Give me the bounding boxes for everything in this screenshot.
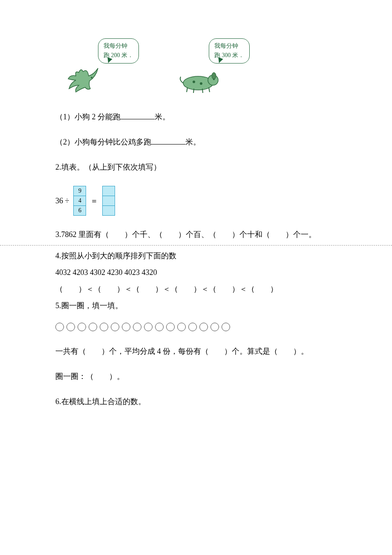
circle-icon <box>210 323 219 331</box>
illustration-row: 我每分钟 跑 200 米． 我每分钟 跑 300 米． <box>55 38 337 94</box>
text: （1）小狗 2 分能跑 <box>55 113 121 121</box>
q2-division-table: 36 ÷ 9 4 6 ＝ <box>55 186 337 216</box>
q1-part1: （1）小狗 2 分能跑米。 <box>55 111 337 123</box>
circle-icon <box>89 323 97 331</box>
svg-point-4 <box>213 78 215 80</box>
circle-icon <box>122 323 130 331</box>
answer-column <box>102 186 115 216</box>
svg-point-3 <box>212 72 216 79</box>
answer-cell[interactable] <box>103 186 115 196</box>
chicken-icon <box>64 64 102 94</box>
worksheet-page: 我每分钟 跑 200 米． 我每分钟 跑 300 米． （1）小狗 2 分能跑米… <box>0 0 392 438</box>
bubble-text: 我每分钟 <box>104 41 133 51</box>
q6: 6.在横线上填上合适的数。 <box>55 396 337 408</box>
q1-part2: （2）小狗每分钟比公鸡多跑米。 <box>55 136 337 148</box>
circle-icon <box>78 323 86 331</box>
circle-icon <box>111 323 119 331</box>
circle-row <box>55 320 337 332</box>
text: （2）小狗每分钟比公鸡多跑 <box>55 138 151 146</box>
text: ＝ <box>90 195 98 207</box>
speech-bubble-dog: 我每分钟 跑 300 米． <box>209 38 250 64</box>
circle-icon <box>177 323 186 331</box>
bubble-text: 我每分钟 <box>214 41 244 51</box>
svg-point-6 <box>200 82 202 85</box>
speech-bubble-chicken: 我每分钟 跑 200 米． <box>98 38 139 64</box>
divider <box>0 245 392 246</box>
answer-cell[interactable] <box>103 206 115 215</box>
svg-point-5 <box>193 81 195 83</box>
circle-icon <box>66 323 75 331</box>
q4-compare: （ ）＜（ ）＜（ ）＜（ ）＜（ ）＜（ ） <box>55 283 337 295</box>
cell: 6 <box>74 206 86 215</box>
circle-icon <box>166 323 175 331</box>
answer-cell[interactable] <box>103 196 115 206</box>
circle-icon <box>100 323 108 331</box>
text: 36 ÷ <box>55 195 69 207</box>
q2-title: 2.填表。（从上到下依次填写） <box>55 161 337 173</box>
q5-circle-label: 圈一圈：（ ）。 <box>55 370 337 383</box>
fill-blank[interactable] <box>121 119 155 119</box>
q5-title: 5.圈一圈，填一填。 <box>55 300 337 312</box>
q3: 3.7862 里面有（ ）个千、（ ）个百、（ ）个十和（ ）个一。 <box>55 228 337 241</box>
circle-icon <box>199 323 208 331</box>
text: 米。 <box>155 113 170 121</box>
circle-icon <box>133 323 141 331</box>
q4-numbers: 4032 4203 4302 4230 4023 4320 <box>55 266 337 279</box>
circle-icon <box>188 323 197 331</box>
circle-icon <box>222 323 230 331</box>
q4-title: 4.按照从小到大的顺序排列下面的数 <box>55 250 337 262</box>
divisor-column: 9 4 6 <box>73 186 86 216</box>
cell: 9 <box>74 186 86 196</box>
cell: 4 <box>74 196 86 206</box>
circle-icon <box>144 323 153 331</box>
text: 米。 <box>185 138 201 146</box>
circle-icon <box>155 323 164 331</box>
circle-icon <box>55 323 64 331</box>
q5-line: 一共有（ ）个，平均分成 4 份，每份有（ ）个。算式是（ ）。 <box>55 345 337 358</box>
fill-blank[interactable] <box>151 144 185 145</box>
svg-point-0 <box>91 77 92 78</box>
dog-icon <box>175 64 222 94</box>
